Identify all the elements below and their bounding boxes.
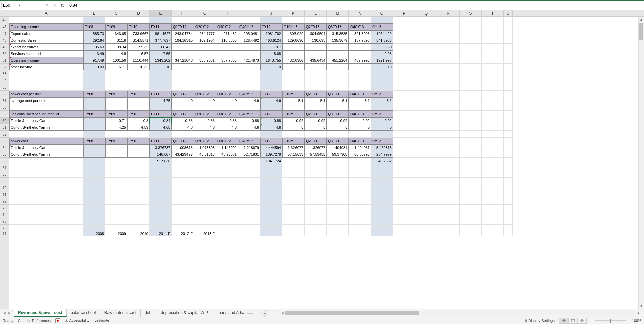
cell[interactable] (305, 70, 327, 77)
cell[interactable]: 463.6124 (260, 37, 282, 44)
cell[interactable] (127, 184, 150, 191)
cell[interactable] (504, 164, 513, 171)
column-header[interactable]: P (393, 10, 415, 16)
row-header[interactable]: 62 (0, 131, 9, 138)
cell[interactable] (460, 225, 482, 231)
cell[interactable] (393, 57, 415, 64)
cell[interactable]: Q2CY12 (194, 111, 216, 117)
cell[interactable] (150, 104, 172, 111)
cell[interactable] (327, 191, 349, 198)
cancel-formula-icon[interactable]: ✕ (43, 3, 50, 8)
cell[interactable] (216, 205, 238, 211)
sheet-tab[interactable]: Revenues &power cost (14, 309, 67, 317)
cell[interactable]: 60.66793 (349, 151, 371, 158)
column-header[interactable]: G (194, 10, 216, 16)
row-header[interactable]: 58 (0, 104, 9, 111)
row-header[interactable]: 77 (0, 231, 9, 236)
cell[interactable] (393, 184, 415, 191)
cell[interactable] (393, 104, 415, 111)
cell[interactable] (216, 225, 238, 231)
cell[interactable] (437, 64, 460, 70)
cell[interactable] (482, 91, 504, 97)
cell[interactable]: 1081.762 (260, 30, 282, 37)
row-header[interactable]: 54 (0, 77, 9, 84)
cell[interactable] (327, 218, 349, 225)
cell[interactable]: power cost per unit (9, 91, 83, 97)
cell[interactable]: 0.88 (260, 117, 282, 124)
cell[interactable] (504, 218, 513, 225)
column-header[interactable]: F (172, 10, 194, 16)
cell[interactable] (305, 171, 327, 178)
cell[interactable] (460, 158, 482, 164)
cell[interactable] (415, 218, 437, 225)
cell[interactable] (371, 205, 393, 211)
cell[interactable] (194, 77, 216, 84)
cell[interactable] (393, 23, 415, 30)
cell[interactable] (437, 23, 460, 30)
cell[interactable] (9, 131, 83, 138)
cell[interactable] (415, 30, 437, 37)
cell[interactable] (482, 205, 504, 211)
cell[interactable]: 130.693 (305, 37, 327, 44)
cell[interactable] (9, 171, 83, 178)
cell[interactable] (105, 151, 127, 158)
cell[interactable] (194, 225, 216, 231)
cell[interactable] (504, 191, 513, 198)
cell[interactable]: 321.5095 (349, 30, 371, 37)
cell[interactable]: 271.452 (216, 30, 238, 37)
cell[interactable] (238, 184, 260, 191)
cell[interactable] (216, 211, 238, 218)
cell[interactable] (105, 164, 127, 171)
cell[interactable] (216, 70, 238, 77)
column-header[interactable]: A (9, 10, 83, 16)
sheet-tab[interactable]: debt (141, 309, 157, 317)
cell[interactable] (437, 70, 460, 77)
cell[interactable]: 292.64 (83, 37, 105, 44)
cell[interactable]: 6.57 (127, 50, 150, 57)
cell[interactable] (415, 50, 437, 57)
cell[interactable] (460, 91, 482, 97)
cell[interactable] (282, 191, 305, 198)
cell[interactable] (371, 218, 393, 225)
cell[interactable] (415, 178, 437, 184)
cell[interactable] (172, 218, 194, 225)
cell[interactable] (371, 70, 393, 77)
cell[interactable]: 243.04734 (172, 30, 194, 37)
cell[interactable]: 1110.444 (127, 57, 150, 64)
cell[interactable] (127, 77, 150, 84)
cell[interactable]: 5 (305, 124, 327, 131)
zoom-slider-thumb[interactable] (610, 319, 611, 323)
cell[interactable]: Q4CY12 (238, 138, 260, 144)
cell[interactable]: CY13 (371, 138, 393, 144)
row-header[interactable]: 73 (0, 205, 9, 211)
cell[interactable] (327, 184, 349, 191)
cell[interactable] (282, 50, 305, 57)
cell[interactable] (216, 158, 238, 164)
cell[interactable] (504, 131, 513, 138)
cell[interactable]: 2013 F (194, 231, 216, 236)
cell[interactable]: Q1CY12 (172, 23, 194, 30)
cell[interactable] (482, 218, 504, 225)
cell[interactable] (437, 225, 460, 231)
cell[interactable] (305, 211, 327, 218)
cell[interactable]: Export sales (9, 30, 83, 37)
cell[interactable]: 148.607 (150, 151, 172, 158)
cell[interactable] (260, 171, 282, 178)
cell[interactable]: 363.9681 (194, 57, 216, 64)
cell[interactable] (504, 124, 513, 131)
cell[interactable]: 5.1 (282, 97, 305, 104)
cell[interactable]: Q4CY13 (349, 91, 371, 97)
cell[interactable]: CY12 (260, 138, 282, 144)
cell[interactable]: FY09 (105, 23, 127, 30)
cell[interactable] (216, 131, 238, 138)
cell[interactable] (415, 211, 437, 218)
cell[interactable] (150, 184, 172, 191)
cell[interactable] (437, 50, 460, 57)
cell[interactable] (150, 211, 172, 218)
row-header[interactable]: 46 (0, 23, 9, 30)
cell[interactable] (393, 138, 415, 144)
cell[interactable]: 95.69 (371, 44, 393, 50)
cell[interactable] (437, 198, 460, 205)
cell[interactable] (460, 164, 482, 171)
cell[interactable] (238, 84, 260, 91)
